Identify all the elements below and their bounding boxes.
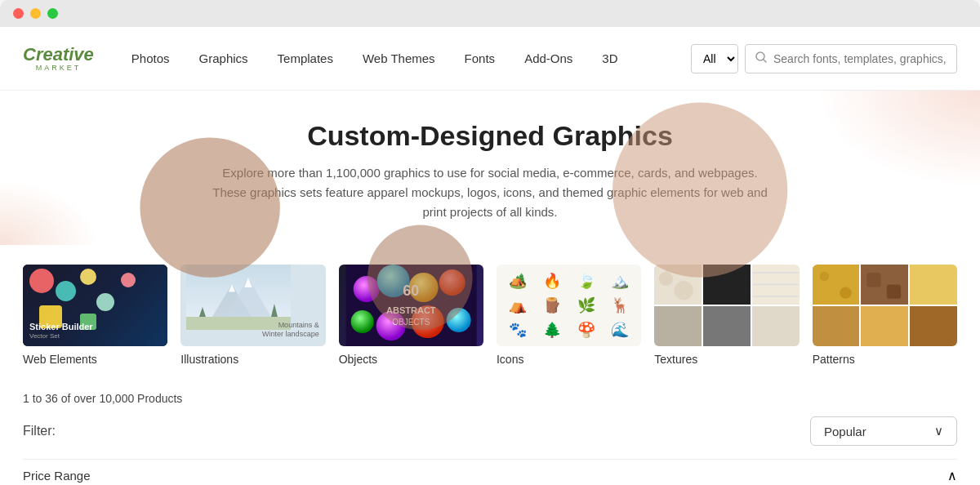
sticker-subtitle: Vector Set — [29, 332, 161, 340]
main-page: Creative MARKET Photos Graphics Template… — [0, 27, 980, 485]
sticker-title: Sticker Builder — [29, 322, 161, 332]
